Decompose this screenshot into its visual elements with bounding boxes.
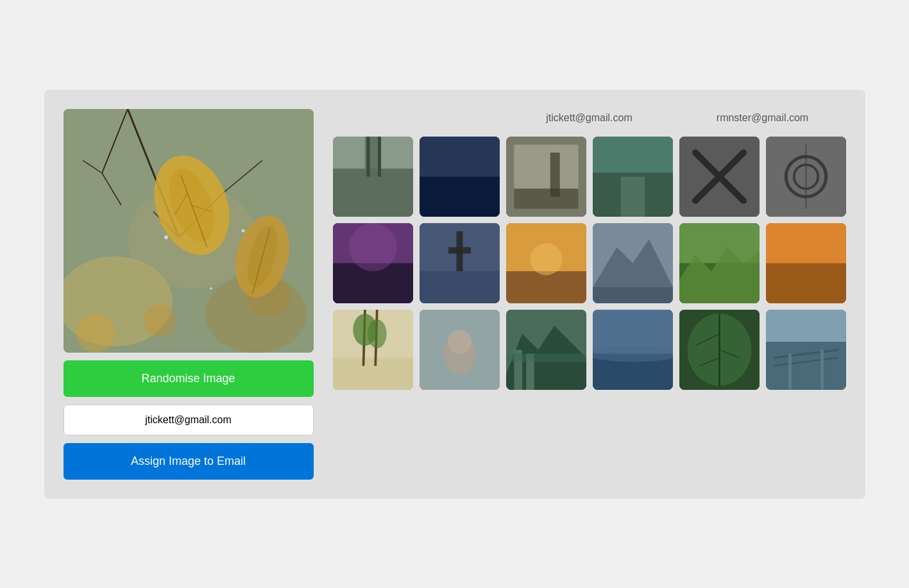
thumbnail-18[interactable] — [766, 310, 846, 390]
svg-rect-68 — [766, 223, 846, 264]
thumbnail-13[interactable] — [333, 310, 413, 390]
thumbnail-10[interactable] — [593, 223, 673, 303]
thumbnail-15[interactable] — [506, 310, 586, 390]
email-input[interactable] — [64, 405, 314, 435]
svg-rect-35 — [514, 189, 578, 208]
svg-rect-64 — [679, 223, 760, 264]
thumbnail-7[interactable] — [333, 223, 413, 303]
svg-point-23 — [210, 287, 212, 290]
email-header-1: jtickett@gmail.com — [506, 109, 673, 130]
thumbnail-5[interactable] — [679, 137, 760, 217]
svg-point-80 — [447, 330, 471, 354]
main-container: Randomise Image Assign Image to Email jt… — [44, 90, 865, 499]
svg-rect-85 — [506, 353, 586, 362]
email-header-2: rmnster@gmail.com — [679, 109, 846, 130]
svg-rect-69 — [766, 263, 846, 303]
svg-point-51 — [349, 223, 397, 271]
main-image-display — [64, 109, 314, 353]
svg-rect-71 — [333, 358, 413, 390]
right-panel: jtickett@gmail.com rmnster@gmail.com — [333, 109, 846, 480]
svg-rect-34 — [514, 144, 578, 189]
thumbnail-9[interactable] — [506, 223, 586, 303]
svg-point-4 — [76, 314, 115, 353]
svg-rect-58 — [506, 271, 586, 303]
svg-point-22 — [164, 235, 168, 239]
svg-point-76 — [367, 319, 386, 348]
thumbnail-6[interactable] — [766, 137, 846, 217]
spacer-left — [333, 109, 500, 130]
left-panel: Randomise Image Assign Image to Email — [64, 109, 314, 480]
email-headers-row: jtickett@gmail.com rmnster@gmail.com — [333, 109, 846, 130]
randomise-button[interactable]: Randomise Image — [64, 360, 314, 397]
svg-rect-40 — [620, 176, 645, 217]
thumbnail-1[interactable] — [333, 137, 413, 217]
image-grid — [333, 137, 846, 390]
svg-point-24 — [241, 229, 244, 232]
thumbnail-12[interactable] — [766, 223, 846, 303]
svg-rect-38 — [593, 137, 673, 172]
thumbnail-16[interactable] — [593, 310, 673, 390]
thumbnail-8[interactable] — [420, 223, 500, 303]
assign-button[interactable]: Assign Image to Email — [64, 443, 314, 480]
svg-rect-36 — [550, 153, 559, 197]
svg-point-5 — [144, 305, 176, 337]
svg-rect-32 — [420, 176, 500, 217]
thumbnail-17[interactable] — [679, 310, 760, 390]
thumbnail-11[interactable] — [679, 223, 760, 303]
svg-rect-29 — [378, 137, 381, 177]
thumbnail-2[interactable] — [420, 137, 500, 217]
svg-rect-98 — [766, 310, 846, 342]
thumbnail-4[interactable] — [593, 137, 673, 217]
svg-point-59 — [530, 243, 562, 275]
svg-rect-62 — [593, 287, 673, 303]
svg-point-89 — [593, 346, 673, 362]
thumbnail-3[interactable] — [506, 137, 586, 217]
svg-rect-28 — [366, 137, 370, 177]
thumbnail-14[interactable] — [420, 310, 500, 390]
svg-rect-55 — [448, 247, 471, 253]
